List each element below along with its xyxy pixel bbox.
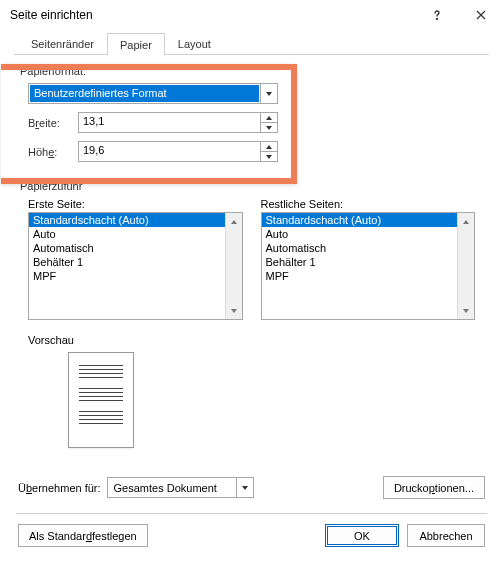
height-down-button[interactable] <box>261 151 277 161</box>
paperformat-group: Papierformat: Benutzerdefiniertes Format… <box>16 65 487 162</box>
list-item[interactable]: Standardschacht (Auto) <box>262 213 458 227</box>
width-spinner[interactable]: 13,1 <box>78 112 278 133</box>
scroll-up-icon[interactable] <box>458 213 474 230</box>
list-item[interactable]: Auto <box>262 227 458 241</box>
list-item[interactable]: MPF <box>29 269 225 283</box>
other-pages-label: Restliche Seiten: <box>261 198 476 210</box>
preview-label: Vorschau <box>28 334 475 346</box>
page-setup-dialog: Seite einrichten Seitenränder Papier Lay… <box>0 0 503 579</box>
preview-page <box>68 352 134 448</box>
height-label: Höhe: <box>28 146 78 158</box>
paperformat-value: Benutzerdefiniertes Format <box>30 85 259 102</box>
apply-to-select[interactable]: Gesamtes Dokument <box>107 477 254 498</box>
height-value[interactable]: 19,6 <box>79 142 260 161</box>
preview-group: Vorschau <box>16 334 487 448</box>
list-item[interactable]: Behälter 1 <box>262 255 458 269</box>
width-label: Breite: <box>28 117 78 129</box>
help-button[interactable] <box>415 0 459 30</box>
chevron-down-icon <box>260 84 277 103</box>
set-default-button[interactable]: Als Standard festlegen <box>18 524 148 547</box>
scrollbar[interactable] <box>225 213 242 319</box>
paperformat-select[interactable]: Benutzerdefiniertes Format <box>28 83 278 104</box>
tab-paper[interactable]: Papier <box>107 33 165 55</box>
first-page-listbox[interactable]: Standardschacht (Auto) Auto Automatisch … <box>28 212 243 320</box>
titlebar: Seite einrichten <box>0 0 503 30</box>
scroll-down-icon[interactable] <box>458 302 474 319</box>
list-item[interactable]: Automatisch <box>29 241 225 255</box>
apply-to-value: Gesamtes Dokument <box>108 482 236 494</box>
paper-source-label: Papierzufuhr <box>16 180 487 192</box>
ok-button[interactable]: OK <box>325 524 399 547</box>
list-item[interactable]: Standardschacht (Auto) <box>29 213 225 227</box>
list-item[interactable]: Auto <box>29 227 225 241</box>
first-page-label: Erste Seite: <box>28 198 243 210</box>
scroll-down-icon[interactable] <box>226 302 242 319</box>
list-item[interactable]: MPF <box>262 269 458 283</box>
window-title: Seite einrichten <box>10 8 415 22</box>
tab-layout[interactable]: Layout <box>165 32 224 54</box>
cancel-button[interactable]: Abbrechen <box>407 524 485 547</box>
paperformat-label: Papierformat: <box>16 65 487 77</box>
other-pages-listbox[interactable]: Standardschacht (Auto) Auto Automatisch … <box>261 212 476 320</box>
width-down-button[interactable] <box>261 122 277 132</box>
width-value[interactable]: 13,1 <box>79 113 260 132</box>
width-up-button[interactable] <box>261 113 277 122</box>
height-spinner[interactable]: 19,6 <box>78 141 278 162</box>
height-up-button[interactable] <box>261 142 277 151</box>
print-options-button[interactable]: Druckoptionen... <box>383 476 485 499</box>
list-item[interactable]: Automatisch <box>262 241 458 255</box>
scroll-up-icon[interactable] <box>226 213 242 230</box>
tab-bar: Seitenränder Papier Layout <box>14 32 489 55</box>
scrollbar[interactable] <box>457 213 474 319</box>
apply-to-label: Übernehmen für: <box>18 482 101 494</box>
close-button[interactable] <box>459 0 503 30</box>
chevron-down-icon <box>236 478 253 497</box>
paper-source-group: Papierzufuhr Erste Seite: Standardschach… <box>16 180 487 320</box>
list-item[interactable]: Behälter 1 <box>29 255 225 269</box>
svg-point-0 <box>436 18 438 20</box>
tab-margins[interactable]: Seitenränder <box>18 32 107 54</box>
